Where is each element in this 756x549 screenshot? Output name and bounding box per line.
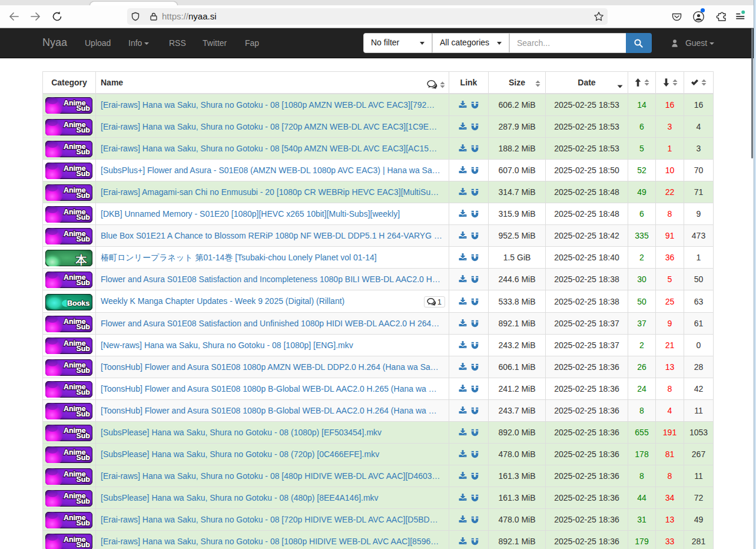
svg-text:Sub: Sub xyxy=(77,497,90,505)
svg-text:Sub: Sub xyxy=(77,410,90,418)
svg-text:Sub: Sub xyxy=(77,170,90,178)
svg-text:Sub: Sub xyxy=(77,126,90,134)
svg-text:Sub: Sub xyxy=(77,279,90,287)
svg-text:Sub: Sub xyxy=(77,191,90,200)
svg-text:Sub: Sub xyxy=(77,541,90,549)
svg-text:Sub: Sub xyxy=(77,104,90,113)
svg-text:Sub: Sub xyxy=(77,388,90,396)
svg-text:Sub: Sub xyxy=(77,148,90,156)
svg-text:Sub: Sub xyxy=(77,475,90,484)
svg-text:Sub: Sub xyxy=(77,323,90,331)
svg-text:Sub: Sub xyxy=(77,454,90,462)
svg-text:Sub: Sub xyxy=(77,235,90,243)
svg-text:Sub: Sub xyxy=(77,366,90,375)
svg-text:本: 本 xyxy=(75,254,88,266)
svg-text:Sub: Sub xyxy=(77,432,90,440)
svg-text:Books: Books xyxy=(67,299,89,307)
svg-text:Sub: Sub xyxy=(77,213,90,221)
svg-text:Sub: Sub xyxy=(77,345,90,353)
svg-text:Sub: Sub xyxy=(77,519,90,527)
